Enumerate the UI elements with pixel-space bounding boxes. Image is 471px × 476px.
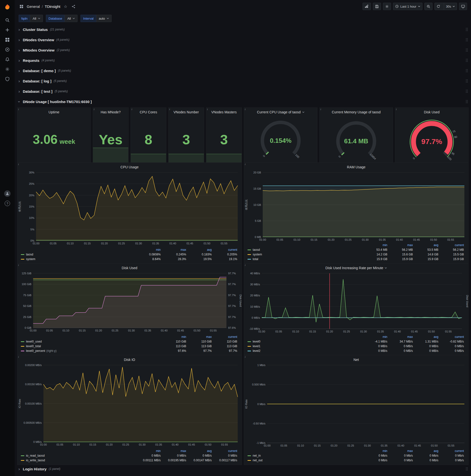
legend-series-name[interactable]: level0	[253, 340, 260, 343]
legend-series-swatch[interactable]	[21, 341, 24, 342]
legend-column-header[interactable]: avg	[188, 248, 214, 252]
time-range-picker[interactable]: Last 1 hour	[393, 3, 422, 10]
panel-title[interactable]: Net	[244, 355, 468, 363]
panel-info-icon[interactable]: i	[18, 356, 19, 358]
legend-series-name[interactable]: level0_total	[26, 344, 41, 348]
panel-info-icon[interactable]: i	[132, 108, 132, 111]
panel-info-icon[interactable]: i	[320, 108, 321, 111]
disk-used-chart[interactable]: 0 GiB25 GiB50 GiB75 GiB100 GiB125 GiB97.…	[17, 271, 242, 335]
panel-info-icon[interactable]: i	[18, 264, 19, 267]
panel-title[interactable]: Current CPU Usage of taosd	[244, 108, 317, 115]
legend-column-header[interactable]: avg	[188, 449, 214, 453]
row-drag-handle[interactable]	[466, 79, 468, 83]
zoom-out-button[interactable]	[424, 3, 433, 10]
legend-column-header[interactable]: max	[163, 449, 188, 453]
legend-column-header[interactable]: max	[188, 335, 214, 339]
legend-series-swatch[interactable]	[21, 351, 24, 351]
panel-info-icon[interactable]: i	[245, 356, 246, 358]
legend-column-header[interactable]: min	[137, 248, 163, 252]
legend-series-swatch[interactable]	[21, 346, 24, 347]
breadcrumb-folder[interactable]: General	[27, 4, 40, 9]
legend-series-swatch[interactable]	[21, 455, 24, 456]
net-chart[interactable]: -1 Mb/s-0.50 Mb/s0 Mb/s0.500 Mb/s1 Mb/s0…	[244, 363, 468, 449]
legend-column-header[interactable]: current	[214, 335, 239, 339]
ram-usage-chart[interactable]: 0 MB5 GB10 GB15 GB20 GB01:0001:0501:1001…	[244, 170, 468, 243]
server-admin-shield-icon[interactable]	[2, 74, 13, 84]
panel-info-icon[interactable]: i	[94, 108, 94, 111]
row-drag-handle[interactable]	[466, 48, 468, 52]
row-cluster-status[interactable]: ›Cluster Status(21 panels)	[17, 25, 469, 34]
legend-series-name[interactable]: io_write_taosd	[26, 459, 45, 462]
panel-title[interactable]: RAM Usage	[244, 163, 468, 170]
legend-column-header[interactable]: current	[214, 248, 239, 252]
cpu-usage-chart[interactable]: 0%5%10%15%20%25%30%01:0001:0501:1001:150…	[17, 170, 242, 248]
legend-column-header[interactable]: current	[214, 449, 239, 453]
legend-series-swatch[interactable]	[248, 455, 251, 456]
legend-series-swatch[interactable]	[21, 259, 24, 260]
row-requests[interactable]: ›Requests(4 panels)	[17, 56, 469, 65]
panel-info-icon[interactable]: i	[169, 108, 170, 111]
disk-io-chart[interactable]: 0 MB/s0.000500 MB/s0.00100 MB/s0.00150 M…	[17, 363, 242, 449]
row-dnodes-overview[interactable]: ›DNodes Overview(4 panels)	[17, 35, 469, 44]
row-drag-handle[interactable]	[466, 467, 468, 471]
panel-info-icon[interactable]: i	[18, 163, 19, 166]
legend-column-header[interactable]: current	[440, 449, 466, 453]
legend-series-swatch[interactable]	[248, 254, 251, 255]
panel-info-icon[interactable]: i	[245, 163, 246, 166]
legend-series-swatch[interactable]	[248, 460, 251, 461]
panel-title[interactable]: CPU Cores	[131, 108, 166, 115]
legend-column-header[interactable]: current	[440, 335, 466, 339]
row-database-log[interactable]: ›Database: [ log ](5 panels)	[17, 77, 469, 85]
legend-series-swatch[interactable]	[248, 259, 251, 260]
share-icon[interactable]	[71, 4, 76, 9]
dashboards-icon[interactable]	[2, 35, 13, 45]
legend-series-name[interactable]: taosd	[253, 248, 260, 252]
legend-column-header[interactable]: min	[364, 243, 389, 248]
dashboard-settings-button[interactable]	[383, 3, 391, 10]
panel-info-icon[interactable]: i	[245, 264, 246, 267]
legend-column-header[interactable]: avg	[415, 335, 440, 339]
panel-title[interactable]: Disk Used Increasing Rate per Minute	[244, 264, 468, 271]
breadcrumb-dashboard-title[interactable]: TDinsight	[45, 4, 60, 9]
legend-series-name[interactable]: level2	[253, 349, 260, 353]
row-drag-handle[interactable]	[466, 38, 468, 42]
legend-column-header[interactable]: min	[163, 335, 188, 339]
disk-used-gauge[interactable]: 075809510097.7%	[395, 115, 468, 164]
grafana-logo[interactable]	[2, 2, 13, 12]
legend-series-name[interactable]: system	[253, 253, 262, 256]
panel-info-icon[interactable]: i	[245, 108, 246, 111]
panel-info-icon[interactable]: i	[18, 108, 19, 111]
legend-series-swatch[interactable]	[248, 341, 251, 342]
legend-series-swatch[interactable]	[248, 346, 251, 347]
save-dashboard-button[interactable]	[373, 3, 381, 10]
panel-title[interactable]: Current Memory Usage of taosd	[320, 108, 393, 115]
create-plus-icon[interactable]	[2, 25, 13, 35]
panel-title[interactable]: Disk Used	[17, 264, 242, 271]
legend-series-name[interactable]: level0_percent	[26, 349, 45, 353]
user-avatar[interactable]	[2, 189, 13, 199]
legend-column-header[interactable]: max	[389, 449, 415, 453]
variable-value-dropdown[interactable]: All	[30, 15, 43, 22]
help-icon[interactable]: ?	[2, 199, 13, 208]
panel-info-icon[interactable]: i	[396, 108, 397, 111]
legend-series-swatch[interactable]	[21, 460, 24, 461]
refresh-interval-dropdown[interactable]: 30s	[444, 3, 457, 10]
legend-series-name[interactable]: level0_used	[26, 340, 42, 343]
legend-series-name[interactable]: taosd	[26, 253, 33, 256]
panel-title[interactable]: Disk Used	[395, 108, 468, 115]
refresh-picker[interactable]: 30s	[435, 3, 457, 10]
panel-title[interactable]: VNodes Masters	[206, 108, 242, 115]
legend-series-name[interactable]: io_read_taosd	[26, 454, 45, 457]
panel-title[interactable]: VNodes Number	[168, 108, 204, 115]
legend-series-name[interactable]: total	[253, 257, 258, 261]
panel-menu-caret-icon[interactable]	[302, 111, 304, 113]
row-drag-handle[interactable]	[466, 69, 468, 73]
row-drag-handle[interactable]	[466, 28, 468, 31]
legend-series-name[interactable]: level1	[253, 344, 260, 348]
legend-series-swatch[interactable]	[248, 351, 251, 351]
legend-column-header[interactable]: max	[389, 243, 415, 248]
legend-column-header[interactable]: min	[137, 449, 163, 453]
legend-column-header[interactable]: max	[163, 248, 188, 252]
legend-column-header[interactable]: min	[364, 335, 389, 339]
alerting-bell-icon[interactable]	[2, 54, 13, 64]
